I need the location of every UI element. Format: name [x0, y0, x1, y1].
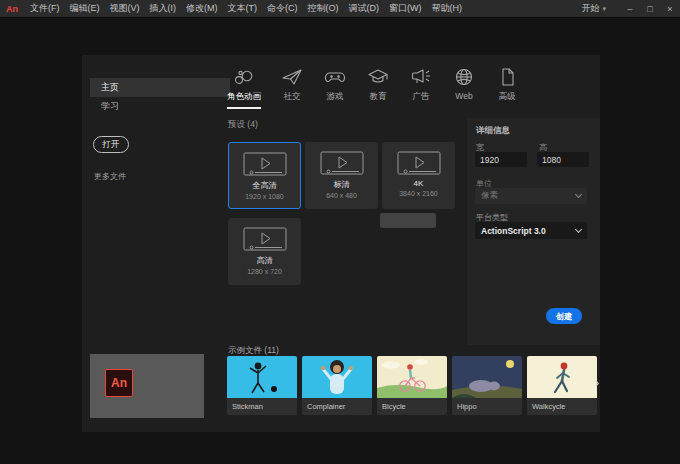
- sample-name: Walkcycle: [527, 398, 597, 415]
- sample-name: Stickman: [227, 398, 297, 415]
- walkcycle-thumbnail: [527, 356, 597, 398]
- preset-name: 4K: [414, 179, 424, 188]
- video-preset-icon: [320, 151, 364, 176]
- minimize-button[interactable]: –: [620, 4, 640, 14]
- start-screen-panel: 主页 学习 打开 更多文件 角色动画 社交: [82, 55, 600, 432]
- units-value: 像素: [481, 190, 498, 202]
- video-preset-icon: [243, 227, 287, 252]
- samples-next-button[interactable]: ›: [595, 375, 599, 390]
- titlebar-right: 开始▾ – □ ×: [581, 2, 680, 15]
- sample-card-hippo[interactable]: Hippo: [452, 356, 522, 415]
- graduation-cap-icon: [366, 67, 390, 87]
- more-files-label: 更多文件: [94, 171, 126, 182]
- sample-card-walkcycle[interactable]: Walkcycle: [527, 356, 597, 415]
- preset-size: 1920 x 1080: [245, 193, 284, 200]
- tab-label: 社交: [284, 91, 301, 103]
- tab-advanced[interactable]: 高级: [495, 67, 519, 109]
- preset-size: 640 x 480: [326, 192, 357, 199]
- preset-size: 3840 x 2160: [399, 190, 438, 197]
- close-button[interactable]: ×: [660, 4, 680, 14]
- animate-start-window: An 文件(F) 编辑(E) 视图(V) 插入(I) 修改(M) 文本(T) 命…: [0, 0, 680, 464]
- sample-name: Hippo: [452, 398, 522, 415]
- preset-card-hd[interactable]: 高清 1280 x 720: [228, 218, 301, 285]
- sample-card-bicycle[interactable]: Bicycle: [377, 356, 447, 415]
- platform-dropdown[interactable]: ActionScript 3.0: [475, 222, 587, 239]
- sample-name: Bicycle: [377, 398, 447, 415]
- preset-name: 标清: [334, 179, 350, 190]
- menu-item-commands[interactable]: 命令(C): [262, 2, 303, 15]
- complainer-thumbnail: [302, 356, 372, 398]
- menu-item-file[interactable]: 文件(F): [25, 2, 65, 15]
- menu-item-modify[interactable]: 修改(M): [181, 2, 223, 15]
- hippo-thumbnail: [452, 356, 522, 398]
- open-button[interactable]: 打开: [93, 136, 129, 153]
- tab-label: 教育: [370, 91, 387, 103]
- workspace-label: 开始: [581, 3, 599, 13]
- chevron-down-icon: ▾: [602, 5, 606, 12]
- paper-plane-icon: [280, 67, 304, 87]
- tab-label: 游戏: [327, 91, 344, 103]
- preset-name: 全高清: [253, 180, 277, 191]
- menu-item-insert[interactable]: 插入(I): [145, 2, 182, 15]
- tab-label: 角色动画: [227, 91, 261, 103]
- tab-social[interactable]: 社交: [280, 67, 304, 109]
- preset-card-full-hd[interactable]: 全高清 1920 x 1080: [228, 142, 301, 209]
- preset-name: 高清: [257, 255, 273, 266]
- details-header: 详细信息: [476, 125, 510, 137]
- tab-label: Web: [455, 91, 472, 101]
- sidebar-item-home[interactable]: 主页: [90, 78, 230, 97]
- menu-item-debug[interactable]: 调试(D): [344, 2, 385, 15]
- workspace-switcher[interactable]: 开始▾: [581, 2, 606, 15]
- presets-header: 预设 (4): [228, 119, 258, 131]
- chevron-down-icon: [575, 191, 582, 198]
- tab-character-animation[interactable]: 角色动画: [227, 67, 261, 109]
- chevron-down-icon: [575, 225, 582, 232]
- video-preset-icon: [397, 151, 441, 176]
- sidebar-item-learn[interactable]: 学习: [101, 100, 119, 113]
- animate-logo: An: [105, 369, 133, 397]
- tab-games[interactable]: 游戏: [323, 67, 347, 109]
- titlebar: An 文件(F) 编辑(E) 视图(V) 插入(I) 修改(M) 文本(T) 命…: [0, 0, 680, 18]
- sample-name: Complainer: [302, 398, 372, 415]
- sample-card-complainer[interactable]: Complainer: [302, 356, 372, 415]
- menu-item-view[interactable]: 视图(V): [105, 2, 145, 15]
- details-panel: 详细信息 宽 高 单位 像素 平台类型 ActionScript 3.0 创建: [467, 118, 600, 345]
- tooltip: [380, 213, 436, 228]
- create-button[interactable]: 创建: [546, 308, 582, 324]
- width-input[interactable]: [475, 152, 527, 167]
- category-tabs: 角色动画 社交 游戏: [227, 67, 519, 109]
- units-dropdown[interactable]: 像素: [475, 188, 587, 204]
- tab-education[interactable]: 教育: [366, 67, 390, 109]
- tab-label: 广告: [413, 91, 430, 103]
- preset-card-sd[interactable]: 标清 640 x 480: [305, 142, 378, 209]
- animate-app-icon: An: [0, 4, 25, 14]
- menu-item-text[interactable]: 文本(T): [223, 2, 263, 15]
- bicycle-thumbnail: [377, 356, 447, 398]
- megaphone-icon: [409, 67, 433, 87]
- menu-item-window[interactable]: 窗口(W): [384, 2, 427, 15]
- globe-icon: [452, 67, 476, 87]
- platform-value: ActionScript 3.0: [481, 226, 546, 236]
- menu-item-edit[interactable]: 编辑(E): [65, 2, 105, 15]
- preset-size: 1280 x 720: [247, 268, 282, 275]
- stickman-thumbnail: [227, 356, 297, 398]
- sample-card-stickman[interactable]: Stickman: [227, 356, 297, 415]
- document-icon: [495, 67, 519, 87]
- video-preset-icon: [243, 152, 287, 177]
- height-input[interactable]: [537, 152, 589, 167]
- maximize-button[interactable]: □: [640, 4, 660, 14]
- tab-label: 高级: [499, 91, 516, 103]
- tab-ads[interactable]: 广告: [409, 67, 433, 109]
- character-animation-icon: [232, 67, 256, 87]
- tab-web[interactable]: Web: [452, 67, 476, 107]
- game-controller-icon: [323, 67, 347, 87]
- menu-item-help[interactable]: 帮助(H): [427, 2, 468, 15]
- menu-item-control[interactable]: 控制(O): [303, 2, 344, 15]
- menubar: 文件(F) 编辑(E) 视图(V) 插入(I) 修改(M) 文本(T) 命令(C…: [25, 2, 467, 15]
- preset-card-4k[interactable]: 4K 3840 x 2160: [382, 142, 455, 209]
- animate-brand-card: An: [90, 354, 204, 418]
